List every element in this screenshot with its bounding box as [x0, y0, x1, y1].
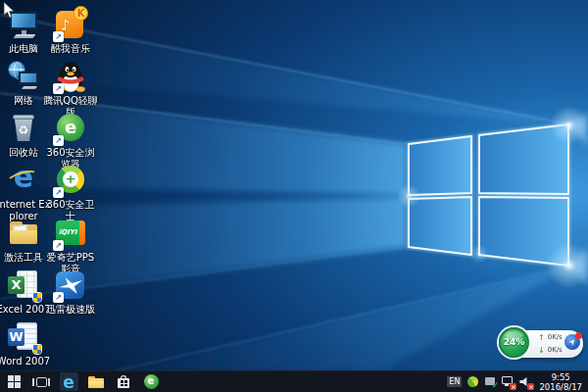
- icon-label: 酷我音乐: [42, 43, 99, 55]
- kuwo-music-icon: ♪ K ↗: [54, 8, 87, 41]
- tray-volume-muted-icon[interactable]: ×: [519, 375, 532, 388]
- shortcut-arrow-icon: ↗: [53, 83, 64, 94]
- 360-guard-icon: + ↗: [54, 164, 87, 197]
- download-arrow-icon: ↓: [538, 344, 545, 357]
- excel-icon: X: [7, 269, 40, 302]
- taskbar-clock[interactable]: 9:55 2016/8/17: [537, 372, 584, 392]
- shortcut-arrow-icon: ↗: [53, 31, 64, 42]
- shield-badge: [32, 344, 42, 355]
- internet-explorer-icon: e: [7, 164, 40, 197]
- recycle-glyph: ♻: [19, 123, 29, 137]
- 360-browser-taskbar-button[interactable]: e: [137, 371, 165, 392]
- shortcut-arrow-icon: ↗: [53, 135, 64, 146]
- tray-hardware-safe-remove-icon[interactable]: ✓: [484, 375, 497, 388]
- network-icon: [7, 60, 40, 93]
- start-button[interactable]: [0, 371, 27, 392]
- iqiyi-pps-icon: iQIYI ↗: [54, 217, 87, 250]
- mouse-cursor: [3, 2, 16, 19]
- windows-desktop: 此电脑 网络 ♻ 回收站 e Internet Explorer 激活工具 X …: [0, 0, 588, 392]
- 360-browser-icon: e: [144, 374, 159, 389]
- ime-language-indicator[interactable]: EN: [447, 376, 462, 387]
- rocket-boost-icon[interactable]: [564, 334, 580, 350]
- upload-arrow-icon: ↑: [538, 331, 545, 344]
- icon-label: Word 2007: [0, 356, 52, 368]
- edge-icon: e: [60, 372, 78, 391]
- notification-dot: [575, 332, 582, 339]
- desktop-icon-360-browser[interactable]: e ↗ 360安全浏览器: [42, 112, 99, 171]
- recycle-bin-icon: ♻: [7, 112, 40, 145]
- upload-speed: 0K/s: [548, 331, 563, 344]
- xunlei-bird-icon: ↗: [54, 269, 87, 302]
- system-tray: EN ✓ × × 9:55 2016/8/17: [447, 371, 588, 392]
- 360-accelerator-ball[interactable]: 24% ↑ 0K/s ↓ 0K/s: [499, 327, 583, 361]
- desktop-icon-xunlei[interactable]: ↗ 迅雷极速版: [42, 269, 99, 316]
- store-bag-icon: [117, 375, 130, 388]
- folder-icon: [7, 217, 40, 250]
- shortcut-arrow-icon: ↗: [53, 292, 64, 303]
- taskbar: e e EN ✓ × × 9:55: [0, 370, 588, 392]
- store-taskbar-button[interactable]: [110, 371, 137, 392]
- windows-logo-icon: [8, 375, 21, 388]
- memory-percent-ball[interactable]: 24%: [499, 327, 529, 358]
- shield-badge: [32, 292, 42, 303]
- clock-time: 9:55: [539, 372, 582, 382]
- edge-taskbar-button[interactable]: e: [55, 371, 82, 392]
- desktop-icon-360-guard[interactable]: + ↗ 360安全卫士: [42, 164, 99, 222]
- icon-label: 迅雷极速版: [42, 304, 99, 316]
- word-icon: W: [7, 320, 40, 354]
- folder-icon: [88, 376, 104, 388]
- task-view-icon: [32, 378, 34, 386]
- desktop-icon-qq[interactable]: ↗ 腾讯QQ轻聊版: [42, 60, 99, 119]
- qq-penguin-icon: ↗: [54, 60, 87, 93]
- desktop-icon-kuwo-music[interactable]: ♪ K ↗ 酷我音乐: [42, 8, 99, 55]
- tray-360-guard-icon[interactable]: [466, 375, 479, 388]
- 360-browser-icon: e ↗: [54, 112, 87, 145]
- desktop-icon-iqiyi-pps[interactable]: iQIYI ↗ 爱奇艺PPS影音: [42, 217, 99, 275]
- desktop-icon-word-2007[interactable]: W Word 2007: [0, 320, 52, 368]
- clock-date: 2016/8/17: [539, 382, 582, 392]
- shortcut-arrow-icon: ↗: [53, 187, 64, 198]
- shortcut-arrow-icon: ↗: [53, 240, 64, 251]
- download-speed: 0K/s: [548, 344, 563, 357]
- tray-network-disconnected-icon[interactable]: ×: [502, 375, 514, 388]
- task-view-button[interactable]: [27, 371, 55, 392]
- file-explorer-taskbar-button[interactable]: [82, 371, 110, 392]
